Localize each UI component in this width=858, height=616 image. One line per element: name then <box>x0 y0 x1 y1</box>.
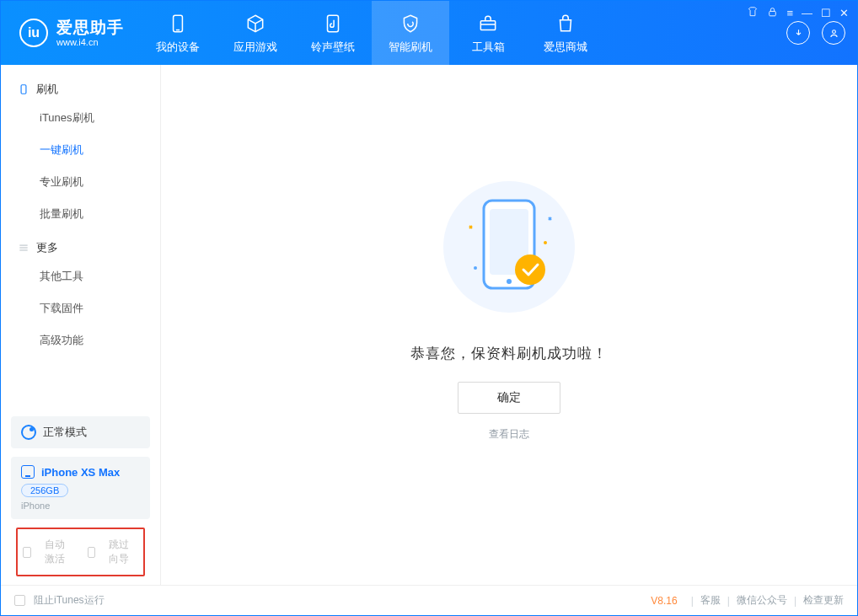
download-button[interactable] <box>786 21 810 45</box>
device-icon <box>18 83 29 95</box>
nav-label: 应用游戏 <box>233 40 277 55</box>
sidebar-item-itunes-flash[interactable]: iTunes刷机 <box>1 102 160 134</box>
main-panel: 恭喜您，保资料刷机成功啦！ 确定 查看日志 <box>161 65 857 585</box>
phone-icon <box>21 465 35 479</box>
sidebar-item-pro-flash[interactable]: 专业刷机 <box>1 166 160 198</box>
svg-point-5 <box>832 29 835 33</box>
nav-toolbox[interactable]: 工具箱 <box>449 1 527 65</box>
device-mode-status[interactable]: 正常模式 <box>11 416 150 448</box>
sidebar-item-batch-flash[interactable]: 批量刷机 <box>1 198 160 230</box>
success-illustration <box>437 175 581 322</box>
svg-rect-4 <box>480 20 495 29</box>
status-icon <box>21 425 36 440</box>
maximize-button[interactable]: ☐ <box>821 7 831 19</box>
nav-label: 工具箱 <box>472 40 505 55</box>
cube-icon <box>244 12 267 35</box>
wechat-link[interactable]: 微信公众号 <box>737 593 787 608</box>
block-itunes-checkbox[interactable] <box>14 595 25 606</box>
toolbox-icon <box>476 12 500 35</box>
nav-my-device[interactable]: 我的设备 <box>139 1 217 65</box>
list-icon <box>18 242 29 254</box>
device-type: iPhone <box>21 501 140 511</box>
brand-logo-icon: iu <box>19 19 48 47</box>
music-file-icon <box>321 12 345 35</box>
auto-activate-label: 自动激活 <box>45 538 74 566</box>
phone-icon <box>166 12 190 35</box>
support-link[interactable]: 客服 <box>700 593 721 608</box>
group-title: 刷机 <box>36 82 58 97</box>
version-label: V8.16 <box>651 595 677 607</box>
device-card[interactable]: iPhone XS Max 256GB iPhone <box>11 457 150 519</box>
nav-smart-flash[interactable]: 智能刷机 <box>372 1 449 65</box>
auto-activate-checkbox[interactable] <box>23 547 31 558</box>
status-label: 正常模式 <box>43 425 87 440</box>
device-name: iPhone XS Max <box>41 466 120 479</box>
nav-label: 我的设备 <box>156 40 200 55</box>
menu-icon[interactable]: ≡ <box>786 7 793 19</box>
brand: iu 爱思助手 www.i4.cn <box>1 1 139 65</box>
svg-rect-0 <box>770 11 776 15</box>
brand-name: 爱思助手 <box>56 19 124 37</box>
skip-guide-checkbox[interactable] <box>88 547 96 558</box>
nav-store[interactable]: 爱思商城 <box>527 1 604 65</box>
check-update-link[interactable]: 检查更新 <box>803 593 844 608</box>
bag-icon <box>554 12 577 35</box>
sidebar-item-other-tools[interactable]: 其他工具 <box>1 260 160 292</box>
nav-ringtones-wallpapers[interactable]: 铃声壁纸 <box>294 1 372 65</box>
minimize-button[interactable]: — <box>802 7 812 19</box>
nav-label: 爱思商城 <box>544 40 587 55</box>
svg-rect-6 <box>21 85 26 94</box>
top-nav: 我的设备 应用游戏 铃声壁纸 智能刷机 工具箱 爱思商城 <box>139 1 604 65</box>
flash-options-row: 自动激活 跳过向导 <box>16 528 145 576</box>
lock-icon[interactable] <box>767 7 778 20</box>
sidebar: 刷机 iTunes刷机 一键刷机 专业刷机 批量刷机 更多 其他工具 下载固件 … <box>1 65 161 585</box>
sidebar-group-flash: 刷机 <box>1 77 160 102</box>
svg-point-15 <box>474 266 477 270</box>
skip-guide-label: 跳过向导 <box>109 538 138 566</box>
view-log-link[interactable]: 查看日志 <box>489 427 529 442</box>
footer: 阻止iTunes运行 V8.16 | 客服 | 微信公众号 | 检查更新 <box>1 585 857 615</box>
success-message: 恭喜您，保资料刷机成功啦！ <box>410 344 608 363</box>
svg-point-13 <box>507 279 512 284</box>
block-itunes-label: 阻止iTunes运行 <box>34 593 105 608</box>
user-button[interactable] <box>822 21 845 45</box>
device-capacity: 256GB <box>21 484 68 497</box>
nav-label: 智能刷机 <box>389 40 432 55</box>
brand-url: www.i4.cn <box>56 37 124 48</box>
sidebar-group-more: 更多 <box>1 235 160 260</box>
svg-point-16 <box>544 241 547 244</box>
svg-point-14 <box>515 254 545 285</box>
sidebar-item-oneclick-flash[interactable]: 一键刷机 <box>1 134 160 166</box>
nav-label: 铃声壁纸 <box>311 40 355 55</box>
svg-rect-3 <box>328 15 339 32</box>
close-button[interactable]: ✕ <box>839 7 849 19</box>
group-title: 更多 <box>36 240 58 255</box>
sidebar-item-download-firmware[interactable]: 下载固件 <box>1 292 160 324</box>
nav-apps-games[interactable]: 应用游戏 <box>217 1 294 65</box>
sidebar-item-advanced[interactable]: 高级功能 <box>1 324 160 356</box>
ok-button[interactable]: 确定 <box>458 382 560 414</box>
window-controls: ≡ — ☐ ✕ <box>747 6 849 20</box>
shield-refresh-icon <box>399 12 422 35</box>
shirt-icon[interactable] <box>747 6 759 20</box>
